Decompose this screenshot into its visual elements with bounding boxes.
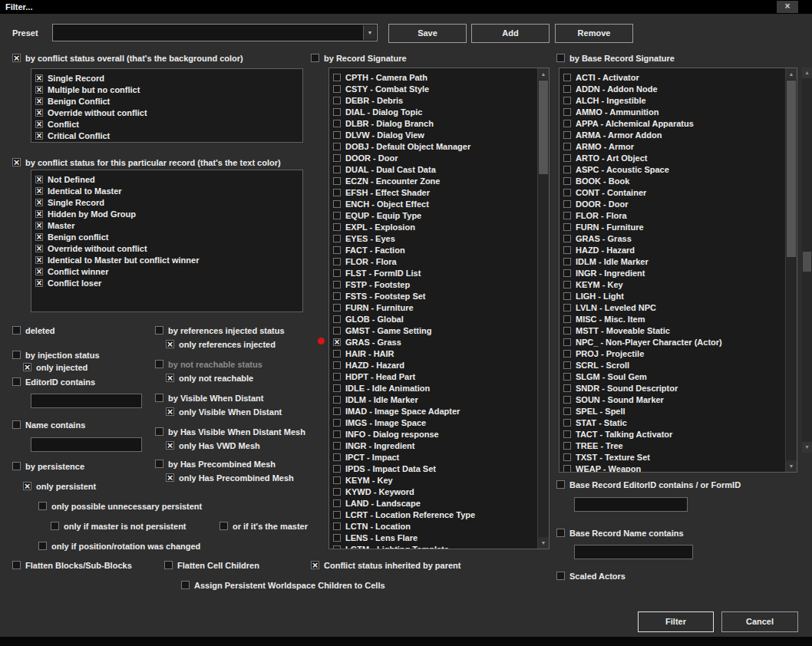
checkbox-icon[interactable] xyxy=(333,292,341,300)
checkbox-icon[interactable] xyxy=(12,420,21,429)
checkbox-icon[interactable] xyxy=(35,176,43,183)
list-item[interactable]: ARTO - Art Object xyxy=(559,152,797,163)
checkbox-icon[interactable] xyxy=(333,338,341,346)
checkbox-icon[interactable] xyxy=(333,476,341,484)
scroll-up-icon[interactable]: ▲ xyxy=(786,68,797,80)
checkbox-icon[interactable] xyxy=(35,222,43,229)
checkbox-icon[interactable] xyxy=(12,561,21,569)
list-item[interactable]: INGR - Ingredient xyxy=(329,440,549,451)
list-item[interactable]: KYWD - Keyword xyxy=(329,486,549,497)
list-item[interactable]: GRAS - Grass xyxy=(329,336,549,348)
checkbox-icon[interactable] xyxy=(51,522,59,530)
list-item[interactable]: ADDN - Addon Node xyxy=(559,83,797,94)
list-item[interactable]: Override without conflict xyxy=(31,242,302,254)
checkbox-icon[interactable] xyxy=(563,361,571,369)
checkbox-icon[interactable] xyxy=(23,363,31,371)
checkbox-icon[interactable] xyxy=(333,534,341,542)
preset-combobox[interactable]: ▼ xyxy=(52,24,378,41)
checkbox-icon[interactable] xyxy=(563,304,571,311)
checkbox-icon[interactable] xyxy=(333,488,341,496)
only-injected-checkbox[interactable]: only injected xyxy=(23,362,87,372)
only-if-position-rotation-changed-checkbox[interactable]: only if position/rotation was changed xyxy=(38,541,200,551)
checkbox-icon[interactable] xyxy=(563,327,571,335)
by-has-vwd-mesh-checkbox[interactable]: by Has Visible When Distant Mesh xyxy=(155,427,305,437)
checkbox-icon[interactable] xyxy=(166,473,174,482)
record-signature-list[interactable]: ▲ ▼ CPTH - Camera Path CSTY - Combat Sty… xyxy=(328,68,550,549)
remove-button[interactable]: Remove xyxy=(555,24,633,43)
only-if-master-not-persistent-checkbox[interactable]: only if master is not persistent xyxy=(51,521,186,531)
list-item[interactable]: MISC - Misc. Item xyxy=(559,313,797,325)
list-item[interactable]: INGR - Ingredient xyxy=(559,267,797,279)
checkbox-icon[interactable] xyxy=(563,338,571,346)
checkbox-icon[interactable] xyxy=(35,268,43,275)
list-item[interactable]: SCRL - Scroll xyxy=(559,359,797,371)
checkbox-icon[interactable] xyxy=(333,200,341,208)
name-contains-checkbox[interactable]: Name contains xyxy=(12,420,85,430)
scrollbar-thumb[interactable] xyxy=(803,252,811,272)
list-item[interactable]: DOBJ - Default Object Manager xyxy=(329,140,549,152)
conflict-inherited-checkbox[interactable]: Conflict status inherited by parent xyxy=(311,560,460,570)
only-not-reachable-checkbox[interactable]: only not reachable xyxy=(166,373,253,383)
list-item[interactable]: BOOK - Book xyxy=(559,175,797,186)
checkbox-icon[interactable] xyxy=(333,465,341,473)
list-item[interactable]: IDLM - Idle Marker xyxy=(559,255,797,267)
checkbox-icon[interactable] xyxy=(563,212,571,219)
checkbox-icon[interactable] xyxy=(155,427,163,436)
checkbox-icon[interactable] xyxy=(35,132,43,140)
chevron-down-icon[interactable]: ▼ xyxy=(363,25,376,40)
list-item[interactable]: HAIR - HAIR xyxy=(329,348,549,359)
list-item[interactable]: ARMO - Armor xyxy=(559,140,797,152)
checkbox-icon[interactable] xyxy=(12,158,21,166)
checkbox-icon[interactable] xyxy=(333,212,341,219)
checkbox-icon[interactable] xyxy=(556,572,565,580)
checkbox-icon[interactable] xyxy=(563,258,571,265)
only-references-injected-checkbox[interactable]: only references injected xyxy=(166,339,276,349)
flatten-cell-children-checkbox[interactable]: Flatten Cell Children xyxy=(164,560,259,570)
checkbox-icon[interactable] xyxy=(563,384,571,392)
list-item[interactable]: DEBR - Debris xyxy=(329,94,549,106)
checkbox-icon[interactable] xyxy=(563,166,571,173)
checkbox-icon[interactable] xyxy=(563,453,571,461)
checkbox-icon[interactable] xyxy=(333,430,341,438)
checkbox-icon[interactable] xyxy=(333,522,341,530)
only-has-vwd-mesh-checkbox[interactable]: only Has VWD Mesh xyxy=(166,440,260,450)
editorid-contains-checkbox[interactable]: EditorID contains xyxy=(12,377,95,387)
checkbox-icon[interactable] xyxy=(35,245,43,252)
list-item[interactable]: EXPL - Explosion xyxy=(329,221,549,232)
checkbox-icon[interactable] xyxy=(563,269,571,277)
checkbox-icon[interactable] xyxy=(333,373,341,381)
checkbox-icon[interactable] xyxy=(333,327,341,335)
list-item[interactable]: LVLN - Leveled NPC xyxy=(559,302,797,313)
list-item[interactable]: IDLE - Idle Animation xyxy=(329,382,549,394)
list-item[interactable]: Single Record xyxy=(31,196,302,208)
checkbox-icon[interactable] xyxy=(563,74,571,81)
checkbox-icon[interactable] xyxy=(333,407,341,415)
list-item[interactable]: Identical to Master xyxy=(31,185,302,196)
checkbox-icon[interactable] xyxy=(166,441,174,450)
checkbox-icon[interactable] xyxy=(563,223,571,231)
checkbox-icon[interactable] xyxy=(333,361,341,369)
list-item[interactable]: ALCH - Ingestible xyxy=(559,94,797,106)
checkbox-icon[interactable] xyxy=(563,97,571,104)
checkbox-icon[interactable] xyxy=(333,511,341,519)
scrollbar-thumb[interactable] xyxy=(539,81,548,174)
list-item[interactable]: DLBR - Dialog Branch xyxy=(329,117,549,129)
list-item[interactable]: STAT - Static xyxy=(559,417,797,428)
checkbox-icon[interactable] xyxy=(35,120,43,128)
list-item[interactable]: Conflict winner xyxy=(31,265,302,277)
list-item[interactable]: Master xyxy=(31,219,302,231)
list-item[interactable]: Critical Conflict xyxy=(31,130,302,141)
base-record-signature-scrollbar[interactable]: ▲ ▼ xyxy=(785,68,797,472)
list-item[interactable]: TACT - Talking Activator xyxy=(559,428,797,440)
list-item[interactable]: LENS - Lens Flare xyxy=(329,532,549,543)
close-button[interactable]: × xyxy=(777,1,798,13)
checkbox-icon[interactable] xyxy=(556,480,565,489)
checkbox-icon[interactable] xyxy=(12,377,21,386)
checkbox-icon[interactable] xyxy=(333,143,341,150)
checkbox-icon[interactable] xyxy=(333,108,341,116)
list-item[interactable]: HAZD - Hazard xyxy=(329,359,549,371)
checkbox-icon[interactable] xyxy=(35,256,43,264)
list-item[interactable]: KEYM - Key xyxy=(559,279,797,290)
by-persistence-checkbox[interactable]: by persistence xyxy=(12,461,84,471)
scaled-actors-checkbox[interactable]: Scaled Actors xyxy=(556,571,626,581)
